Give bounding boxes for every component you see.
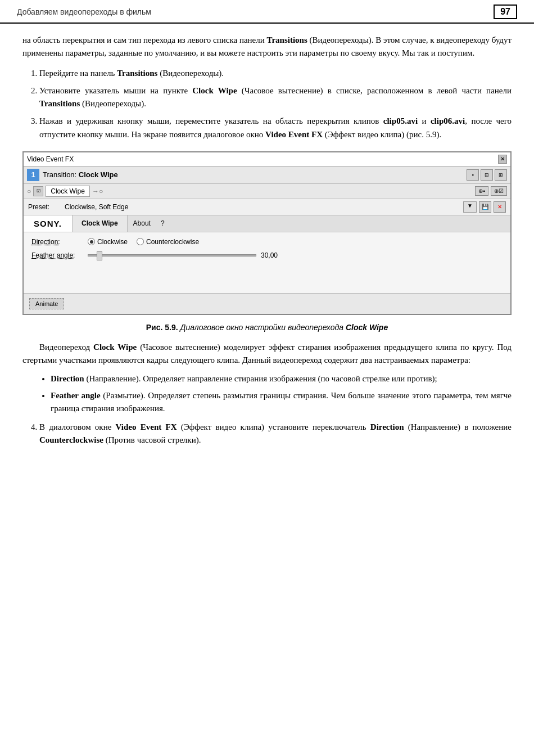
clip-left-arrow: ○ — [27, 187, 31, 195]
preset-controls: ▼ 💾 ✕ — [463, 201, 506, 213]
preset-save-btn[interactable]: 💾 — [479, 201, 491, 213]
preset-delete-btn[interactable]: ✕ — [494, 201, 506, 213]
feather-slider-thumb[interactable] — [97, 251, 102, 260]
clip-icon: ☑ — [33, 186, 43, 196]
tab-help[interactable]: ? — [156, 215, 169, 232]
toolbar-left: 1 Transition: Clock Wipe — [27, 169, 464, 181]
direction-row: Direction: Clockwise Counterclockwise — [31, 238, 503, 246]
tab-clock-wipe[interactable]: Clock Wipe — [73, 215, 128, 232]
bullet-direction: Direction (Направление). Определяет напр… — [51, 372, 512, 385]
radio-counterclockwise[interactable]: Counterclockwise — [137, 238, 199, 246]
header-title: Добавляем видеопереходы в фильм — [17, 7, 151, 16]
radio-clockwise[interactable]: Clockwise — [88, 238, 128, 246]
dialog-close-button[interactable]: ✕ — [498, 155, 507, 164]
feather-slider-track[interactable] — [88, 254, 256, 256]
main-content: на область перекрытия и сам тип перехода… — [0, 34, 534, 475]
clip-right-arrow: →○ — [92, 187, 103, 195]
bullet-list-container: Direction (Направление). Определяет напр… — [34, 372, 512, 415]
preset-dropdown-btn[interactable]: ▼ — [463, 201, 477, 213]
clip-btn-add[interactable]: ⊕▪ — [475, 186, 488, 196]
bullet-feather: Feather angle (Размытие). Определяет сте… — [51, 389, 512, 416]
steps-list: Перейдите на панель Transitions (Видеопе… — [39, 67, 512, 141]
preset-label: Preset: — [28, 203, 59, 211]
radio-clockwise-circle[interactable] — [88, 238, 95, 245]
preset-value: Clockwise, Soft Edge — [65, 203, 458, 211]
clip-name: Clock Wipe — [46, 186, 90, 197]
animate-button[interactable]: Animate — [29, 298, 64, 309]
description-paragraph: Видеопереход Clock Wipe (Часовое вытесне… — [22, 341, 512, 367]
effect-area: SONY. Clock Wipe About ? Direction: — [24, 215, 510, 314]
radio-clockwise-label: Clockwise — [97, 238, 128, 246]
brand-tab-bar: SONY. Clock Wipe About ? — [24, 215, 510, 232]
dialog-title: Video Event FX — [27, 155, 74, 163]
step-3: Нажав и удерживая кнопку мыши, перемести… — [39, 115, 512, 141]
intro-paragraph: на область перекрытия и сам тип перехода… — [22, 34, 512, 60]
step-4: В диалоговом окне Video Event FX (Эффект… — [39, 421, 512, 447]
clip-right-buttons: ⊕▪ ⊕☑ — [475, 186, 507, 196]
feather-slider-container: 30,00 — [88, 251, 503, 259]
caption-text: Диалоговое окно настройки видеоперехода — [180, 323, 346, 332]
transition-badge: 1 — [27, 169, 39, 181]
brand-logo: SONY. — [24, 215, 73, 232]
feather-label: Feather angle: — [31, 251, 82, 259]
animate-area: Animate — [24, 293, 510, 314]
step-1: Перейдите на панель Transitions (Видеопе… — [39, 67, 512, 80]
caption-prefix: Рис. 5.9. — [146, 323, 178, 332]
feather-value: 30,00 — [261, 251, 283, 259]
dialog-toolbar: 1 Transition: Clock Wipe ▪ ⊟ ⊞ — [24, 166, 510, 184]
direction-label: Direction: — [31, 238, 82, 246]
toolbar-btn-1[interactable]: ▪ — [467, 169, 479, 181]
caption-bold-name: Clock Wipe — [346, 323, 388, 332]
step-2: Установите указатель мыши на пункте Cloc… — [39, 84, 512, 111]
toolbar-btn-2[interactable]: ⊟ — [481, 169, 493, 181]
dialog-screenshot: Video Event FX ✕ 1 Transition: Clock Wip… — [22, 151, 512, 315]
radio-counterclockwise-circle[interactable] — [137, 238, 144, 245]
transition-label: Transition: Clock Wipe — [43, 170, 118, 179]
figure-caption: Рис. 5.9. Диалоговое окно настройки виде… — [22, 323, 512, 332]
page-number: 97 — [494, 4, 517, 19]
toolbar-btn-3[interactable]: ⊞ — [495, 169, 507, 181]
step4-list: В диалоговом окне Video Event FX (Эффект… — [39, 421, 512, 447]
feather-row: Feather angle: 30,00 — [31, 251, 503, 259]
radio-counterclockwise-label: Counterclockwise — [146, 238, 199, 246]
bullets-list: Direction (Направление). Определяет напр… — [51, 372, 512, 415]
preset-row: Preset: Clockwise, Soft Edge ▼ 💾 ✕ — [24, 199, 510, 215]
dialog-titlebar: Video Event FX ✕ — [24, 152, 510, 166]
toolbar-icon-group: ▪ ⊟ ⊞ — [467, 169, 507, 181]
transition-name-text: Clock Wipe — [79, 170, 118, 179]
clip-bar: ○ ☑ Clock Wipe →○ ⊕▪ ⊕☑ — [24, 184, 510, 199]
tab-about[interactable]: About — [128, 215, 156, 232]
spacer — [31, 265, 503, 287]
clip-btn-remove[interactable]: ⊕☑ — [491, 186, 507, 196]
page-header: Добавляем видеопереходы в фильм 97 — [0, 0, 534, 24]
params-area: Direction: Clockwise Counterclockwise — [24, 232, 510, 293]
direction-radio-group: Clockwise Counterclockwise — [88, 238, 199, 246]
